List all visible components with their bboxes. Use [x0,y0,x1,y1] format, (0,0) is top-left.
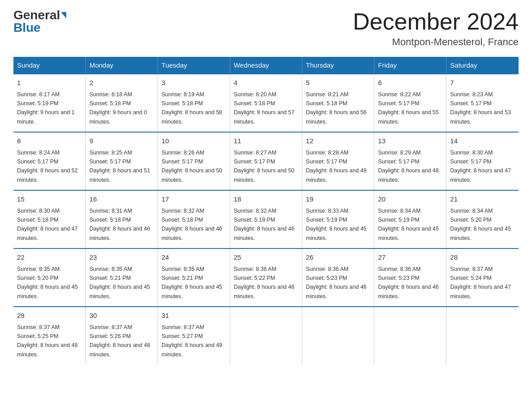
calendar-table: Sunday Monday Tuesday Wednesday Thursday… [13,57,519,364]
day-number: 26 [306,253,370,263]
day-number: 5 [306,78,370,88]
table-row: 29Sunrise: 8:37 AMSunset: 5:25 PMDayligh… [13,307,86,364]
day-info: Sunrise: 8:35 AMSunset: 5:21 PMDaylight:… [162,266,223,300]
day-info: Sunrise: 8:28 AMSunset: 5:17 PMDaylight:… [306,150,367,183]
table-row: 5Sunrise: 8:21 AMSunset: 5:18 PMDaylight… [302,74,374,132]
calendar-header-row: Sunday Monday Tuesday Wednesday Thursday… [13,57,519,74]
table-row: 31Sunrise: 8:37 AMSunset: 5:27 PMDayligh… [158,307,230,364]
day-info: Sunrise: 8:34 AMSunset: 5:20 PMDaylight:… [450,208,511,241]
table-row: 11Sunrise: 8:27 AMSunset: 5:17 PMDayligh… [230,132,302,190]
day-number: 24 [162,253,226,263]
calendar-week-row: 22Sunrise: 8:35 AMSunset: 5:20 PMDayligh… [13,248,519,307]
logo-triangle-icon [61,12,66,18]
day-info: Sunrise: 8:24 AMSunset: 5:17 PMDaylight:… [17,150,78,183]
day-number: 4 [234,78,298,88]
calendar-title: December 2024 [353,9,519,34]
day-info: Sunrise: 8:32 AMSunset: 5:18 PMDaylight:… [162,208,223,241]
day-number: 6 [378,78,442,88]
day-info: Sunrise: 8:21 AMSunset: 5:18 PMDaylight:… [306,91,367,125]
day-number: 29 [17,311,82,321]
day-number: 31 [162,311,226,321]
table-row: 6Sunrise: 8:22 AMSunset: 5:17 PMDaylight… [374,74,446,132]
calendar-week-row: 15Sunrise: 8:30 AMSunset: 5:18 PMDayligh… [13,190,519,248]
day-number: 3 [162,78,226,88]
day-info: Sunrise: 8:32 AMSunset: 5:19 PMDaylight:… [234,208,295,241]
day-number: 8 [17,136,82,146]
table-row: 9Sunrise: 8:25 AMSunset: 5:17 PMDaylight… [86,132,158,190]
day-number: 10 [162,136,226,146]
day-number: 27 [378,253,442,263]
header-thursday: Thursday [302,57,374,74]
table-row: 18Sunrise: 8:32 AMSunset: 5:19 PMDayligh… [230,190,302,248]
day-number: 16 [90,194,154,205]
table-row: 20Sunrise: 8:34 AMSunset: 5:19 PMDayligh… [374,190,446,248]
header-friday: Friday [374,57,446,74]
title-block: December 2024 Montpon-Menesterol, France [353,9,519,48]
header-saturday: Saturday [446,57,519,74]
day-number: 11 [234,136,298,146]
logo-general-text: General [13,9,60,21]
table-row: 27Sunrise: 8:36 AMSunset: 5:23 PMDayligh… [374,248,446,307]
day-info: Sunrise: 8:37 AMSunset: 5:26 PMDaylight:… [90,324,150,358]
table-row: 4Sunrise: 8:20 AMSunset: 5:18 PMDaylight… [230,74,302,132]
day-number: 1 [17,78,82,88]
header-monday: Monday [86,57,158,74]
day-info: Sunrise: 8:35 AMSunset: 5:20 PMDaylight:… [17,266,78,300]
day-number: 7 [450,78,515,88]
table-row: 21Sunrise: 8:34 AMSunset: 5:20 PMDayligh… [446,190,519,248]
day-info: Sunrise: 8:31 AMSunset: 5:18 PMDaylight:… [90,208,150,241]
table-row: 15Sunrise: 8:30 AMSunset: 5:18 PMDayligh… [13,190,86,248]
day-info: Sunrise: 8:18 AMSunset: 5:18 PMDaylight:… [90,91,147,125]
day-number: 19 [306,194,370,205]
table-row [302,307,374,364]
table-row: 19Sunrise: 8:33 AMSunset: 5:19 PMDayligh… [302,190,374,248]
calendar-location: Montpon-Menesterol, France [353,36,519,48]
calendar-week-row: 8Sunrise: 8:24 AMSunset: 5:17 PMDaylight… [13,132,519,190]
day-info: Sunrise: 8:30 AMSunset: 5:18 PMDaylight:… [17,208,78,241]
day-number: 21 [450,194,515,205]
header-tuesday: Tuesday [158,57,230,74]
day-number: 25 [234,253,298,263]
header-wednesday: Wednesday [230,57,302,74]
day-number: 23 [90,253,154,263]
table-row: 23Sunrise: 8:35 AMSunset: 5:21 PMDayligh… [86,248,158,307]
day-number: 2 [90,78,154,88]
table-row: 16Sunrise: 8:31 AMSunset: 5:18 PMDayligh… [86,190,158,248]
table-row: 13Sunrise: 8:29 AMSunset: 5:17 PMDayligh… [374,132,446,190]
day-info: Sunrise: 8:36 AMSunset: 5:23 PMDaylight:… [378,266,439,300]
day-info: Sunrise: 8:29 AMSunset: 5:17 PMDaylight:… [378,150,439,183]
table-row: 3Sunrise: 8:19 AMSunset: 5:18 PMDaylight… [158,74,230,132]
day-number: 18 [234,194,298,205]
day-number: 9 [90,136,154,146]
table-row: 14Sunrise: 8:30 AMSunset: 5:17 PMDayligh… [446,132,519,190]
day-number: 15 [17,194,82,205]
day-number: 14 [450,136,515,146]
day-number: 13 [378,136,442,146]
day-number: 17 [162,194,226,205]
table-row: 12Sunrise: 8:28 AMSunset: 5:17 PMDayligh… [302,132,374,190]
day-info: Sunrise: 8:35 AMSunset: 5:21 PMDaylight:… [90,266,150,300]
table-row: 10Sunrise: 8:26 AMSunset: 5:17 PMDayligh… [158,132,230,190]
day-info: Sunrise: 8:27 AMSunset: 5:17 PMDaylight:… [234,150,295,183]
table-row [230,307,302,364]
day-info: Sunrise: 8:36 AMSunset: 5:23 PMDaylight:… [306,266,367,300]
page-header: General Blue December 2024 Montpon-Menes… [13,9,519,48]
table-row: 1Sunrise: 8:17 AMSunset: 5:19 PMDaylight… [13,74,86,132]
day-number: 20 [378,194,442,205]
header-sunday: Sunday [13,57,86,74]
day-number: 28 [450,253,515,263]
day-info: Sunrise: 8:23 AMSunset: 5:17 PMDaylight:… [450,91,511,125]
table-row: 30Sunrise: 8:37 AMSunset: 5:26 PMDayligh… [86,307,158,364]
table-row [374,307,446,364]
table-row [446,307,519,364]
table-row: 7Sunrise: 8:23 AMSunset: 5:17 PMDaylight… [446,74,519,132]
table-row: 25Sunrise: 8:36 AMSunset: 5:22 PMDayligh… [230,248,302,307]
day-info: Sunrise: 8:37 AMSunset: 5:24 PMDaylight:… [450,266,511,300]
table-row: 26Sunrise: 8:36 AMSunset: 5:23 PMDayligh… [302,248,374,307]
day-info: Sunrise: 8:37 AMSunset: 5:27 PMDaylight:… [162,324,223,358]
day-number: 22 [17,253,82,263]
table-row: 2Sunrise: 8:18 AMSunset: 5:18 PMDaylight… [86,74,158,132]
day-number: 12 [306,136,370,146]
day-info: Sunrise: 8:20 AMSunset: 5:18 PMDaylight:… [234,91,295,125]
day-info: Sunrise: 8:25 AMSunset: 5:17 PMDaylight:… [90,150,150,183]
